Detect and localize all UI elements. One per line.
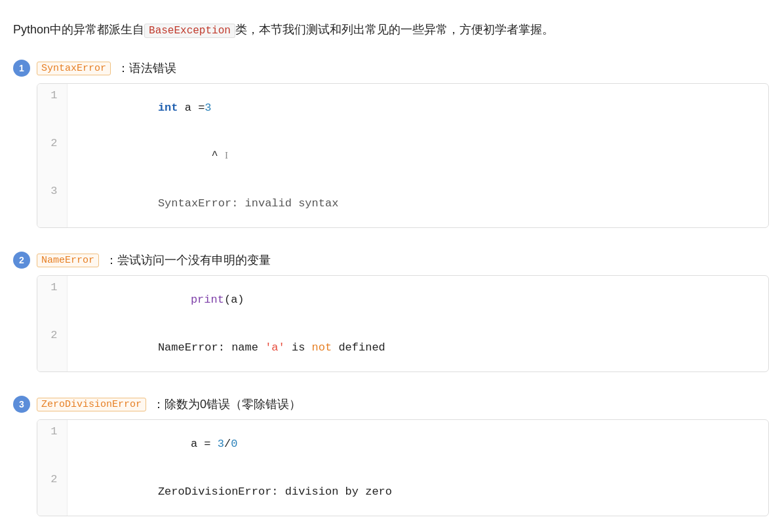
number-3: 3: [218, 438, 224, 450]
indent: [158, 294, 191, 306]
table-row: 2 ^ I: [37, 132, 768, 180]
section-number-2: 2: [13, 252, 30, 269]
slash: /: [224, 438, 231, 450]
line-number: 1: [37, 420, 67, 468]
paren-open: (a): [224, 294, 244, 306]
section-number-1: 1: [13, 60, 30, 77]
cursor-indicator: I: [225, 150, 228, 161]
line-number: 3: [37, 180, 67, 227]
name-error-code-block: 1 print(a) 2 NameError: name 'a' is not …: [37, 275, 769, 372]
table-row: 1 print(a): [37, 276, 768, 324]
line-number: 1: [37, 84, 67, 132]
line-code: NameError: name 'a' is not defined: [67, 324, 768, 371]
keyword-not: not: [312, 341, 332, 354]
zero-division-error-text: ZeroDivisionError: division by zero: [158, 485, 392, 498]
error-prefix: NameError: name: [158, 341, 265, 354]
syntax-error-title: ：语法错误: [117, 60, 176, 76]
intro-text-before: Python中的异常都派生自: [13, 23, 144, 36]
keyword-int: int: [158, 102, 178, 114]
zero-division-error-code-block: 1 a = 3/0 2 ZeroDivisionError: division …: [37, 419, 769, 516]
error-suffix: defined: [332, 341, 385, 354]
print-keyword: print: [191, 294, 224, 306]
syntax-error-badge: SyntaxError: [37, 62, 111, 75]
table-row: 1 a = 3/0: [37, 420, 768, 468]
section-name-error: 2 NameError ：尝试访问一个没有申明的变量 1 print(a) 2 …: [13, 252, 769, 372]
line-code: print(a): [67, 276, 768, 324]
table-row: 1 int a =3: [37, 84, 768, 132]
line-code: a = 3/0: [67, 420, 768, 468]
line-code: ^ I: [67, 132, 768, 180]
zero-division-error-badge: ZeroDivisionError: [37, 398, 146, 411]
section-header-2: 2 NameError ：尝试访问一个没有申明的变量: [13, 252, 769, 269]
base-exception-inline-code: BaseException: [144, 24, 235, 38]
section-zero-division-error: 3 ZeroDivisionError ：除数为0错误（零除错误） 1 a = …: [13, 396, 769, 516]
name-error-table: 1 print(a) 2 NameError: name 'a' is not …: [37, 276, 768, 371]
indent: [158, 438, 191, 450]
table-row: 3 SyntaxError: invalid syntax: [37, 180, 768, 227]
caret-indicator: ^: [158, 149, 225, 162]
section-header-1: 1 SyntaxError ：语法错误: [13, 60, 769, 77]
error-text: SyntaxError: invalid syntax: [158, 197, 338, 210]
number-0: 0: [231, 438, 237, 450]
line-number: 2: [37, 324, 67, 371]
table-row: 2 NameError: name 'a' is not defined: [37, 324, 768, 371]
syntax-error-table: 1 int a =3 2 ^ I 3 SyntaxError: invalid …: [37, 84, 768, 227]
name-error-title: ：尝试访问一个没有申明的变量: [106, 252, 271, 268]
intro-paragraph: Python中的异常都派生自BaseException类，本节我们测试和列出常见…: [13, 20, 769, 40]
section-syntax-error: 1 SyntaxError ：语法错误 1 int a =3 2 ^ I: [13, 60, 769, 228]
table-row: 2 ZeroDivisionError: division by zero: [37, 468, 768, 516]
line-code: SyntaxError: invalid syntax: [67, 180, 768, 227]
name-error-badge: NameError: [37, 254, 99, 267]
syntax-error-code-block: 1 int a =3 2 ^ I 3 SyntaxError: invalid …: [37, 83, 769, 228]
line-number: 2: [37, 132, 67, 180]
line-number: 2: [37, 468, 67, 516]
section-number-3: 3: [13, 396, 30, 413]
var-a: a =: [191, 438, 218, 450]
line-code: int a =3: [67, 84, 768, 132]
number-3: 3: [205, 102, 211, 114]
section-header-3: 3 ZeroDivisionError ：除数为0错误（零除错误）: [13, 396, 769, 413]
zero-division-error-table: 1 a = 3/0 2 ZeroDivisionError: division …: [37, 420, 768, 516]
error-middle: is: [285, 341, 312, 354]
line-code: ZeroDivisionError: division by zero: [67, 468, 768, 516]
intro-text-after: 类，本节我们测试和列出常见的一些异常，方便初学者掌握。: [235, 23, 554, 36]
string-a: 'a': [265, 341, 285, 354]
zero-division-error-title: ：除数为0错误（零除错误）: [153, 396, 301, 412]
line-number: 1: [37, 276, 67, 324]
code-text: a =: [178, 102, 205, 114]
